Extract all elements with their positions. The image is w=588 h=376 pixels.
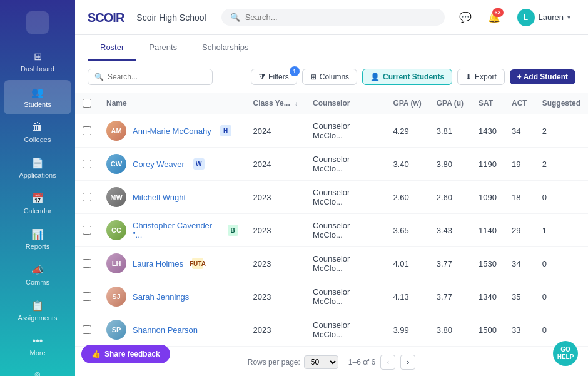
school-name: Scoir High School (136, 13, 206, 23)
help-button[interactable]: GOHELP (553, 341, 578, 366)
sidebar-item-comms[interactable]: 📣 Comms (4, 258, 71, 292)
gpa-u-cell: 2.60 (429, 181, 471, 214)
gpa-w-cell: 2.60 (385, 181, 428, 214)
row-checkbox[interactable] (83, 226, 91, 235)
global-search[interactable]: 🔍 (221, 9, 445, 26)
next-page-button[interactable]: › (400, 355, 415, 370)
gpa-u-cell: 3.77 (429, 280, 471, 313)
pagination: 1–6 of 6 ‹ › (348, 355, 415, 370)
content-area: Roster Parents Scholarships 🔍 ⧩ Filters … (75, 35, 588, 376)
toolbar: 🔍 ⧩ Filters 1 ⊞ Columns 👤 Curr (75, 61, 588, 93)
select-all-checkbox[interactable] (83, 99, 91, 108)
row-checkbox[interactable] (83, 160, 91, 168)
student-avatar: LH (106, 253, 126, 273)
class-year-cell: 2023 (246, 181, 306, 214)
sidebar-item-label: Assignments (18, 314, 58, 322)
add-student-button[interactable]: + Add Student (510, 69, 575, 84)
global-search-input[interactable] (245, 13, 436, 22)
student-name-link[interactable]: Ann-Marie McConahy (133, 126, 211, 136)
sidebar-item-label: Dashboard (21, 65, 54, 73)
students-icon: 👥 (31, 86, 44, 98)
sidebar-item-more[interactable]: ••• More (4, 329, 71, 363)
filters-button[interactable]: ⧩ Filters 1 (251, 69, 297, 85)
sidebar-item-students[interactable]: 👥 Students (4, 80, 71, 114)
tab-roster[interactable]: Roster (88, 35, 136, 61)
class-year-cell: 2024 (246, 148, 306, 181)
student-name-link[interactable]: Mitchell Wright (133, 193, 186, 202)
sidebar-item-label: More (29, 349, 45, 357)
rows-per-page: Rows per page: 50 25 100 (248, 355, 338, 369)
student-search[interactable]: 🔍 (88, 69, 213, 85)
messages-button[interactable]: 💬 (455, 7, 476, 28)
columns-button[interactable]: ⊞ Columns (302, 69, 357, 85)
student-name-link[interactable]: Corey Weaver (133, 160, 185, 169)
messages-icon: 💬 (459, 11, 472, 23)
student-name-cell: SP Shannon Pearson (99, 313, 246, 347)
table-row: LH Laura Holmes FUTA 2023 Counselor McCl… (75, 247, 588, 280)
table-row: SP Shannon Pearson 2023 Counselor McClo.… (75, 313, 588, 347)
student-name-cell: CW Corey Weaver W (99, 148, 246, 181)
student-avatar: AM (106, 121, 126, 141)
table-row: CW Corey Weaver W 2024 Counselor McClo..… (75, 148, 588, 181)
reports-icon: 📊 (31, 228, 44, 240)
sat-cell: 1190 (471, 148, 504, 181)
topbar: SCOIR Scoir High School 🔍 💬 🔔 63 L (75, 0, 588, 35)
row-checkbox-cell (75, 148, 99, 181)
sidebar-item-assignments[interactable]: 📋 Assignments (4, 293, 71, 328)
sidebar-item-calendar[interactable]: 📅 Calendar (4, 186, 71, 221)
sidebar-item-dashboard[interactable]: ⊞ Dashboard (4, 44, 71, 79)
sidebar-item-applications[interactable]: 📄 Applications (4, 151, 71, 185)
toolbar-right: ⧩ Filters 1 ⊞ Columns 👤 Current Students… (251, 69, 575, 85)
sidebar-item-discover[interactable]: ◎ Discover (4, 364, 71, 376)
row-checkbox[interactable] (83, 325, 91, 334)
row-checkbox[interactable] (83, 193, 91, 201)
gpa-w-cell: 3.99 (385, 313, 428, 347)
students-table: Name Class Ye... ↓ Counselor GPA (w) GPA… (75, 93, 588, 347)
rows-per-page-select[interactable]: 50 25 100 (304, 355, 338, 369)
suggested-cell: 0 (535, 247, 588, 280)
sidebar-item-reports[interactable]: 📊 Reports (4, 222, 71, 257)
search-icon: 🔍 (230, 13, 240, 22)
student-avatar: MW (106, 187, 126, 207)
user-menu[interactable]: L Lauren ▾ (512, 6, 575, 29)
col-counselor: Counselor (305, 93, 385, 114)
rows-per-page-label: Rows per page: (248, 358, 300, 367)
main-area: SCOIR Scoir High School 🔍 💬 🔔 63 L (75, 0, 588, 376)
student-badge: W (193, 158, 205, 170)
export-icon: ⬇ (465, 73, 472, 81)
thumbs-up-icon: 👍 (91, 350, 101, 358)
student-name-link[interactable]: Shannon Pearson (133, 325, 198, 335)
share-feedback-button[interactable]: 👍 Share feedback (81, 345, 170, 363)
content-tabs: Roster Parents Scholarships (75, 35, 588, 61)
notifications-button[interactable]: 🔔 63 (484, 7, 505, 28)
sidebar-item-colleges[interactable]: 🏛 Colleges (4, 116, 71, 150)
student-name-link[interactable]: Laura Holmes (133, 259, 183, 268)
student-name-link[interactable]: Christopher Cavender "... (133, 221, 219, 240)
class-year-cell: 2023 (246, 313, 306, 347)
class-year-cell: 2023 (246, 214, 306, 247)
applications-icon: 📄 (31, 157, 44, 169)
sidebar-logo (0, 5, 75, 44)
tab-parents[interactable]: Parents (136, 35, 190, 61)
current-students-button[interactable]: 👤 Current Students (362, 69, 452, 85)
student-name-link[interactable]: Sarah Jennings (133, 292, 189, 302)
colleges-icon: 🏛 (33, 122, 43, 133)
suggested-cell: 2 (535, 148, 588, 181)
students-table-body: AM Ann-Marie McConahy H 2024 Counselor M… (75, 114, 588, 347)
sat-cell: 1090 (471, 181, 504, 214)
select-all-header[interactable] (75, 93, 99, 114)
prev-page-button[interactable]: ‹ (380, 355, 395, 370)
row-checkbox[interactable] (83, 292, 91, 301)
topbar-icons: 💬 🔔 63 L Lauren ▾ (455, 6, 575, 29)
act-cell: 18 (504, 181, 535, 214)
col-class-year[interactable]: Class Ye... ↓ (246, 93, 306, 114)
export-button[interactable]: ⬇ Export (457, 69, 505, 85)
row-checkbox[interactable] (83, 126, 91, 135)
add-student-label: + Add Student (517, 73, 568, 81)
row-checkbox-cell (75, 114, 99, 148)
student-search-input[interactable] (108, 73, 206, 81)
suggested-cell: 0 (535, 280, 588, 313)
export-label: Export (475, 73, 497, 81)
row-checkbox[interactable] (83, 259, 91, 268)
tab-scholarships[interactable]: Scholarships (190, 35, 261, 61)
